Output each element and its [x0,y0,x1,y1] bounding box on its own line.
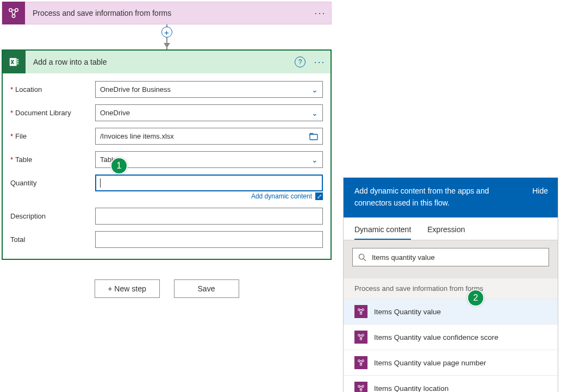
action-body: *Location OneDrive for Business ⌄ *Docum… [3,73,331,259]
search-icon [358,253,366,262]
search-value: Items quantity value [372,253,543,262]
label-file: File [15,132,27,140]
svg-line-9 [364,259,366,261]
add-dynamic-content-link[interactable]: Add dynamic content ⤢ [251,192,323,200]
location-select[interactable]: OneDrive for Business ⌄ [95,81,323,98]
field-file: *File /Invoices line items.xlsx [10,128,323,145]
trigger-title: Process and save information from forms [25,9,309,17]
label-quantity: Quantity [10,179,36,187]
label-document-library: Document Library [15,109,71,117]
label-description: Description [10,212,46,220]
new-step-button[interactable]: + New step [95,279,160,298]
save-button[interactable]: Save [174,279,239,298]
field-table: *Table Table1 ⌄ [10,151,323,168]
dynamic-content-item-label: Items Quantity value confidence score [374,333,498,341]
ai-builder-icon [2,2,25,24]
ai-builder-icon [354,356,367,369]
action-card-add-row[interactable]: Add a row into a table ? ··· *Location O… [2,49,332,260]
trigger-card[interactable]: Process and save information from forms … [2,2,332,24]
dynamic-content-item[interactable]: Items Quantity location [344,375,558,392]
label-location: Location [15,85,42,94]
field-location: *Location OneDrive for Business ⌄ [10,81,323,98]
svg-rect-4 [16,59,19,61]
field-document-library: *Document Library OneDrive ⌄ [10,104,323,121]
dynamic-content-item-label: Items Quantity value [374,308,441,316]
dynamic-content-panel: Add dynamic content from the apps and co… [343,177,558,392]
file-picker[interactable]: /Invoices line items.xlsx [95,128,323,145]
flow-connector: + [2,24,332,49]
label-table: Table [15,155,32,164]
svg-rect-3 [10,58,17,66]
action-header[interactable]: Add a row into a table ? ··· [3,51,331,73]
action-title: Add a row into a table [26,58,295,66]
add-step-plus-button[interactable]: + [161,27,172,38]
footer-buttons: + New step Save [2,279,332,298]
document-library-select[interactable]: OneDrive ⌄ [95,104,323,121]
label-total: Total [10,235,25,244]
chevron-down-icon: ⌄ [311,85,318,94]
tab-expression[interactable]: Expression [427,220,465,240]
dynamic-content-tabs: Dynamic content Expression [344,217,558,240]
tab-dynamic-content[interactable]: Dynamic content [354,220,411,240]
dynamic-content-item[interactable]: Items Quantity value [344,298,558,324]
ai-builder-icon [354,305,367,318]
field-total: Total [10,231,323,248]
description-input[interactable] [95,208,323,225]
quantity-input[interactable] [95,175,323,191]
dynamic-content-group-label: Process and save information from forms [344,278,558,298]
folder-icon[interactable] [309,133,318,140]
hide-panel-button[interactable]: Hide [532,185,548,209]
table-select[interactable]: Table1 ⌄ [95,151,323,168]
chevron-down-icon: ⌄ [311,155,318,164]
dynamic-content-header: Add dynamic content from the apps and co… [344,178,558,217]
action-more-button[interactable]: ··· [309,57,331,68]
field-quantity: Quantity [10,175,323,191]
dynamic-content-item[interactable]: Items Quantity value confidence score [344,324,558,350]
svg-point-2 [12,15,15,18]
ai-builder-icon [354,331,367,344]
svg-point-15 [360,338,362,340]
chevron-down-icon: ⌄ [311,109,318,117]
svg-rect-6 [16,63,19,65]
field-description: Description [10,208,323,225]
dynamic-content-item-label: Items Quantity location [374,384,448,392]
total-input[interactable] [95,231,323,248]
callout-badge-1: 1 [110,157,128,175]
help-icon[interactable]: ? [295,57,306,67]
svg-point-8 [359,254,364,259]
svg-rect-7 [310,134,317,140]
expand-icon: ⤢ [315,192,323,200]
excel-icon [3,51,26,73]
trigger-more-button[interactable]: ··· [309,8,331,19]
svg-point-21 [360,389,362,391]
dynamic-content-item[interactable]: Items Quantity value page number [344,350,558,375]
dynamic-content-item-label: Items Quantity value page number [374,359,486,367]
svg-rect-5 [16,61,19,63]
ai-builder-icon [354,382,367,392]
svg-point-12 [360,313,362,315]
svg-point-18 [360,364,362,366]
callout-badge-2: 2 [467,289,484,307]
dynamic-content-search[interactable]: Items quantity value [352,248,549,266]
